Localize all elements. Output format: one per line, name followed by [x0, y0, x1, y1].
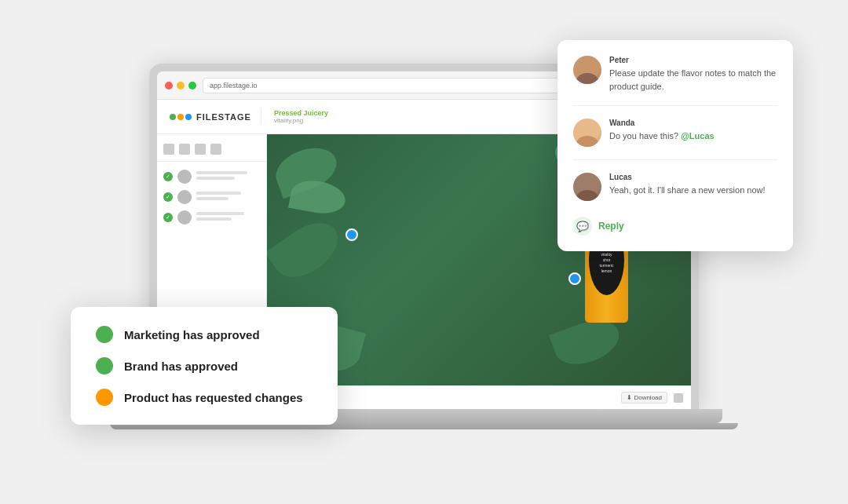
- comment-peter: Peter Please update the flavor notes to …: [573, 56, 777, 93]
- comment-body-peter: Peter Please update the flavor notes to …: [609, 56, 777, 93]
- comment-thread: Peter Please update the flavor notes to …: [573, 56, 777, 236]
- approval-dot-product: [96, 389, 113, 406]
- logo-dot-1: [170, 114, 176, 120]
- breadcrumb-title: Pressed Juicery: [274, 109, 568, 117]
- reply-label[interactable]: Reply: [598, 221, 624, 232]
- mention-lucas: @Lucas: [681, 131, 715, 141]
- commenter-name-lucas: Lucas: [609, 173, 766, 181]
- approval-label-brand: Brand has approved: [124, 360, 238, 373]
- sidebar-item-1[interactable]: ✓: [157, 166, 266, 187]
- sidebar-item-3[interactable]: ✓: [157, 207, 266, 228]
- approval-label-marketing: Marketing has approved: [124, 328, 260, 341]
- approval-item-brand: Brand has approved: [96, 357, 313, 374]
- divider-1: [573, 105, 777, 106]
- approval-item-product: Product has requested changes: [96, 389, 313, 406]
- sidebar-lines-3: [196, 212, 260, 223]
- logo-dot-3: [185, 114, 192, 120]
- check-3: ✓: [163, 213, 173, 222]
- logo-area: FILESTAGE: [170, 112, 251, 122]
- traffic-light-fullscreen[interactable]: [188, 82, 196, 89]
- avatar-peter: [573, 56, 601, 84]
- address-text: app.filestage.io: [210, 82, 258, 89]
- comment-panel: Peter Please update the flavor notes to …: [557, 40, 793, 251]
- approval-dot-marketing: [96, 326, 113, 343]
- comment-text-wanda: Do you have this? @Lucas: [609, 130, 715, 143]
- breadcrumb-area: Pressed Juicery vitality.png: [261, 109, 568, 124]
- grid-icon[interactable]: [163, 144, 174, 155]
- wanda-text-prefix: Do you have this?: [609, 131, 678, 141]
- scene: app.filestage.io FILESTAGE: [71, 32, 777, 472]
- print-icon[interactable]: [210, 144, 221, 155]
- logo-text: FILESTAGE: [196, 112, 251, 122]
- approval-popup: Marketing has approved Brand has approve…: [71, 307, 338, 425]
- sidebar-toolbar: [157, 141, 266, 162]
- sidebar-lines-2: [196, 192, 260, 203]
- comment-body-wanda: Wanda Do you have this? @Lucas: [609, 119, 715, 143]
- svg-point-4: [581, 177, 594, 190]
- share-icon[interactable]: [195, 144, 206, 155]
- comment-lucas: Lucas Yeah, got it. I'll share a new ver…: [573, 173, 777, 201]
- svg-point-0: [581, 60, 594, 73]
- comment-body-lucas: Lucas Yeah, got it. I'll share a new ver…: [609, 173, 766, 197]
- svg-point-3: [576, 136, 598, 147]
- traffic-lights: [165, 82, 196, 89]
- comment-text-peter: Please update the flavor notes to match …: [609, 67, 777, 93]
- commenter-name-peter: Peter: [609, 56, 777, 64]
- sidebar-avatar-2: [177, 190, 192, 204]
- approval-label-product: Product has requested changes: [124, 391, 303, 404]
- sidebar-avatar-1: [177, 170, 192, 184]
- reply-icon: 💬: [573, 217, 592, 236]
- download-button[interactable]: ⬇ Download: [621, 392, 667, 404]
- comment-dot-1[interactable]: [345, 228, 358, 241]
- sidebar-lines-1: [196, 171, 260, 182]
- traffic-light-close[interactable]: [165, 82, 173, 89]
- commenter-name-wanda: Wanda: [609, 119, 715, 127]
- comment-dot-2[interactable]: [568, 272, 581, 285]
- avatar-lucas: [573, 173, 601, 201]
- check-1: ✓: [163, 172, 173, 181]
- comment-wanda: Wanda Do you have this? @Lucas: [573, 119, 777, 147]
- approval-item-marketing: Marketing has approved: [96, 326, 313, 343]
- sidebar-avatar-3: [177, 210, 192, 225]
- divider-2: [573, 159, 777, 160]
- logo-dot-2: [177, 114, 184, 120]
- logo-icon: [170, 114, 192, 120]
- comment-text-lucas: Yeah, got it. I'll share a new version n…: [609, 184, 766, 197]
- check-2: ✓: [163, 192, 173, 202]
- svg-point-1: [576, 73, 598, 84]
- reply-row: 💬 Reply: [573, 217, 777, 236]
- svg-point-5: [576, 190, 598, 201]
- sidebar-item-2[interactable]: ✓: [157, 187, 266, 207]
- comment-icon[interactable]: [179, 144, 190, 155]
- approval-dot-brand: [96, 357, 113, 374]
- breadcrumb-file: vitality.png: [274, 117, 568, 124]
- more-icon[interactable]: [674, 393, 683, 403]
- traffic-light-minimize[interactable]: [177, 82, 185, 89]
- svg-point-2: [581, 123, 594, 136]
- avatar-wanda: [573, 119, 601, 147]
